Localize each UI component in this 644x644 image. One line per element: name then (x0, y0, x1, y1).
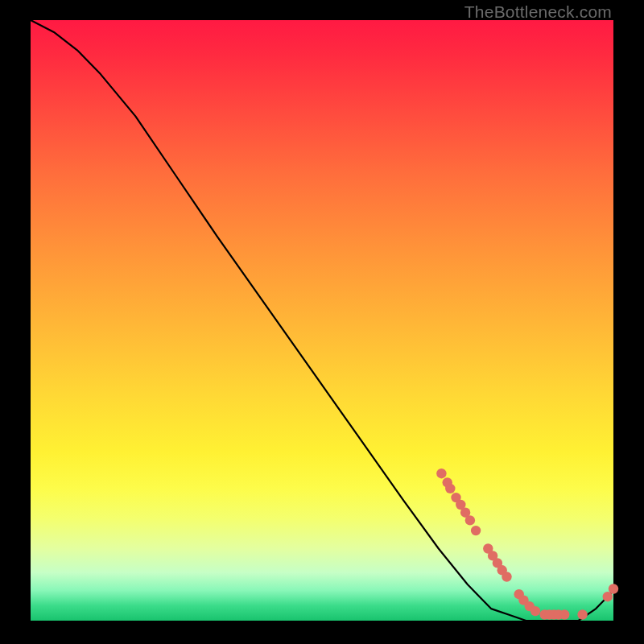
data-marker (559, 609, 569, 619)
plot-area (31, 20, 613, 621)
marker-layer (436, 469, 618, 620)
data-marker (530, 606, 540, 616)
data-marker (465, 515, 475, 525)
bottleneck-curve (31, 20, 613, 621)
chart-frame: TheBottleneck.com (0, 0, 644, 644)
data-marker (609, 584, 618, 593)
curve-svg (31, 20, 613, 621)
data-marker (436, 469, 446, 478)
data-marker (471, 526, 481, 535)
data-marker (577, 609, 587, 619)
data-marker (445, 484, 455, 493)
watermark-text: TheBottleneck.com (464, 2, 612, 22)
data-marker (502, 572, 511, 581)
